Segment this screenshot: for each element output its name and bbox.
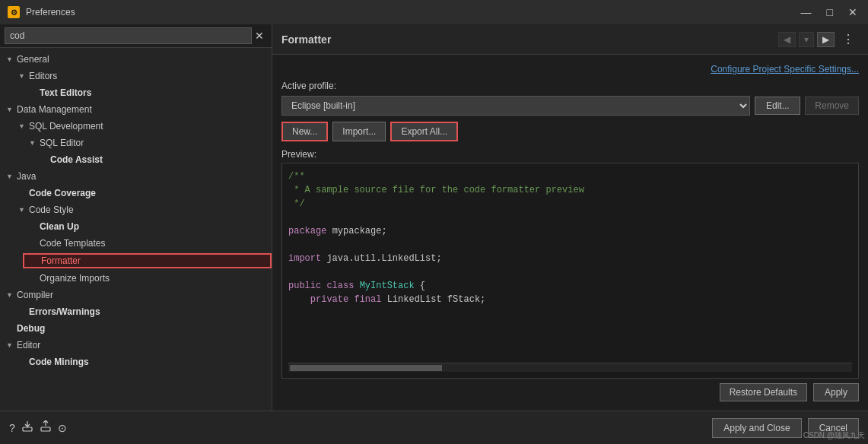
sidebar-item-data-management[interactable]: ▼ Data Management	[0, 103, 272, 116]
list-item: ▼ SQL Development	[0, 118, 272, 135]
sidebar-item-code-templates[interactable]: Code Templates	[23, 236, 272, 250]
profile-dropdown-wrapper: Eclipse [built-in]	[281, 96, 750, 116]
sidebar-item-label: Code Style	[29, 205, 74, 215]
sidebar-item-label: Code Assist	[50, 154, 103, 165]
list-item: Debug	[0, 320, 272, 337]
search-bar: ✕	[0, 24, 272, 48]
window-controls: — □ ✕	[798, 5, 860, 19]
sidebar-item-editor[interactable]: ▼ Editor	[0, 338, 272, 352]
sidebar-item-label: SQL Editor	[40, 138, 84, 148]
list-item: Clean Up	[0, 218, 272, 235]
action-buttons-row: New... Import... Export All...	[281, 122, 859, 141]
code-line: */	[288, 197, 852, 211]
sidebar-item-label: Code Templates	[40, 238, 106, 249]
edit-button[interactable]: Edit...	[755, 97, 800, 115]
sidebar-item-code-minings[interactable]: Code Minings	[12, 355, 272, 369]
content-panel: Formatter ◀ ▾ ▶ ⋮ Configure Project Spec…	[272, 24, 868, 411]
restore-defaults-button[interactable]: Restore Defaults	[720, 383, 807, 401]
menu-button[interactable]: ⋮	[838, 30, 859, 48]
sidebar-item-general[interactable]: ▼ General	[0, 52, 272, 66]
sidebar-item-code-assist[interactable]: Code Assist	[33, 153, 272, 166]
sidebar-item-code-style[interactable]: ▼ Code Style	[12, 203, 272, 217]
import-icon[interactable]	[40, 420, 52, 435]
sidebar-item-label: Editor	[17, 340, 40, 350]
search-input[interactable]	[5, 27, 252, 44]
list-item: ▼ Code Style	[0, 201, 272, 218]
tree: ▼ General ▼ Editors Text Editors	[0, 48, 272, 411]
code-line: /**	[288, 170, 852, 183]
minimize-button[interactable]: —	[798, 5, 815, 19]
scroll-thumb[interactable]	[290, 365, 442, 371]
sidebar-item-compiler[interactable]: ▼ Compiler	[0, 288, 272, 302]
expand-icon: ▼	[29, 139, 40, 147]
sidebar-item-text-editors[interactable]: Text Editors	[23, 86, 272, 100]
sidebar-item-editors[interactable]: ▼ Editors	[12, 69, 272, 83]
search-clear-button[interactable]: ✕	[252, 28, 267, 43]
apply-and-close-button[interactable]: Apply and Close	[712, 418, 801, 438]
sidebar-item-code-coverage[interactable]: Code Coverage	[12, 186, 272, 200]
nav-dropdown-button[interactable]: ▾	[799, 32, 814, 47]
close-button[interactable]: ✕	[845, 5, 860, 19]
expand-icon: ▼	[6, 56, 17, 63]
sidebar: ✕ ▼ General ▼ Editors Te	[0, 24, 272, 411]
export-icon[interactable]	[21, 420, 33, 435]
sidebar-item-clean-up[interactable]: Clean Up	[23, 220, 272, 233]
sidebar-item-label: Clean Up	[40, 221, 79, 232]
profile-row: Eclipse [built-in] Edit... Remove	[281, 96, 859, 116]
sidebar-item-java[interactable]: ▼ Java	[0, 170, 272, 183]
code-line: * A sample source file for the code form…	[288, 183, 852, 197]
preview-area: /** * A sample source file for the code …	[281, 163, 859, 379]
code-line: import java.util.LinkedList;	[288, 252, 852, 265]
sidebar-item-errors-warnings[interactable]: Errors/Warnings	[12, 305, 272, 319]
export-all-button[interactable]: Export All...	[390, 122, 458, 141]
sidebar-item-label: Code Coverage	[29, 188, 96, 198]
list-item: ▼ Compiler	[0, 287, 272, 303]
list-item: ▼ Editors	[0, 68, 272, 84]
import-button[interactable]: Import...	[332, 122, 386, 141]
nav-buttons: ◀ ▾ ▶ ⋮	[778, 30, 859, 48]
panel-title: Formatter	[281, 33, 778, 46]
code-line: public class MyIntStack {	[288, 279, 852, 293]
profile-dropdown[interactable]: Eclipse [built-in]	[281, 96, 750, 116]
nav-forward-button[interactable]: ▶	[817, 32, 835, 47]
new-button[interactable]: New...	[281, 122, 328, 141]
cancel-button[interactable]: Cancel	[808, 418, 859, 438]
help-icon[interactable]: ?	[9, 422, 15, 434]
configure-project-link[interactable]: Configure Project Specific Settings...	[711, 64, 859, 75]
sidebar-item-label: SQL Development	[29, 121, 103, 132]
sidebar-item-label: Organize Imports	[40, 273, 110, 284]
main-container: ✕ ▼ General ▼ Editors Te	[0, 24, 868, 411]
expand-icon	[29, 239, 40, 247]
expand-icon	[29, 223, 40, 230]
expand-icon	[29, 274, 40, 282]
sidebar-item-label: General	[17, 54, 49, 65]
bottom-bar: ? ⊙ Apply and Close Cancel	[0, 411, 868, 444]
sidebar-item-label: Debug	[17, 323, 45, 334]
sidebar-item-organize-imports[interactable]: Organize Imports	[23, 271, 272, 285]
code-preview[interactable]: /** * A sample source file for the code …	[288, 170, 852, 363]
list-item: Organize Imports	[0, 270, 272, 287]
sidebar-item-sql-development[interactable]: ▼ SQL Development	[12, 119, 272, 133]
sidebar-item-label: Compiler	[17, 290, 53, 300]
list-item: ▼ Editor	[0, 337, 272, 354]
horizontal-scrollbar[interactable]	[288, 363, 852, 372]
list-item: ▼ SQL Editor	[0, 135, 272, 151]
svg-rect-0	[23, 427, 32, 431]
content-header: Formatter ◀ ▾ ▶ ⋮	[272, 24, 868, 55]
settings-icon[interactable]: ⊙	[58, 422, 67, 434]
bottom-left-icons: ? ⊙	[9, 420, 67, 435]
title-bar: ⚙ Preferences — □ ✕	[0, 0, 868, 24]
sidebar-item-formatter[interactable]: Formatter	[23, 253, 272, 268]
expand-icon: ▼	[18, 206, 29, 214]
sidebar-item-debug[interactable]: Debug	[0, 322, 272, 335]
nav-back-button[interactable]: ◀	[778, 32, 796, 47]
apply-button[interactable]: Apply	[813, 383, 859, 401]
expand-icon: ▼	[6, 173, 17, 180]
remove-button[interactable]: Remove	[805, 97, 859, 115]
list-item: Text Editors	[0, 84, 272, 101]
app-icon: ⚙	[8, 6, 20, 18]
sidebar-item-sql-editor[interactable]: ▼ SQL Editor	[23, 136, 272, 150]
maximize-button[interactable]: □	[824, 5, 836, 19]
code-line	[288, 211, 852, 224]
sidebar-item-label: Errors/Warnings	[29, 306, 100, 317]
